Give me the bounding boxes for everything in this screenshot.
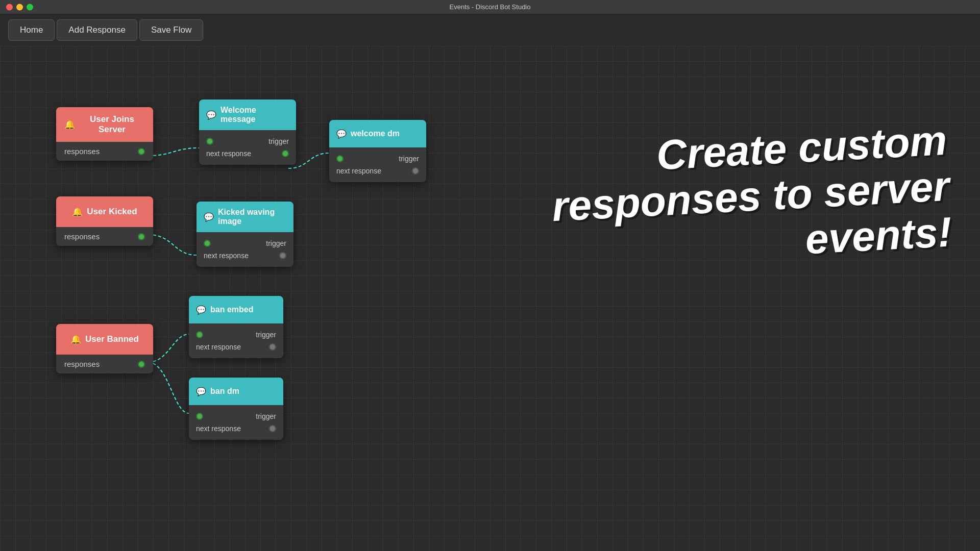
- response-node-welcome-dm[interactable]: 💬 welcome dm trigger next response: [329, 120, 426, 182]
- maximize-button[interactable]: [27, 4, 33, 10]
- save-flow-button[interactable]: Save Flow: [139, 19, 203, 41]
- response-body: trigger next response: [189, 323, 283, 358]
- event-label: User Banned: [85, 334, 139, 344]
- response-label: Kicked waving image: [218, 208, 286, 226]
- next-row: next response: [336, 165, 419, 177]
- trigger-row: trigger: [204, 237, 286, 249]
- trigger-dot: [196, 413, 203, 420]
- responses-label: responses: [64, 147, 100, 156]
- next-label: next response: [206, 149, 251, 158]
- trigger-dot: [196, 331, 203, 338]
- event-node-header: 🔔 User Joins Server: [56, 107, 153, 142]
- trigger-row: trigger: [196, 410, 276, 422]
- event-node-user-kicked[interactable]: 🔔 User Kicked responses: [56, 196, 153, 246]
- bell-icon: 🔔: [64, 119, 75, 130]
- response-label: Welcome message: [220, 106, 289, 124]
- response-body: trigger next response: [199, 130, 296, 165]
- trigger-label: trigger: [399, 155, 419, 163]
- trigger-row: trigger: [196, 329, 276, 341]
- output-dot: [138, 361, 145, 368]
- canvas: 🔔 User Joins Server responses 💬 Welcome …: [0, 46, 980, 551]
- event-node-body: responses: [56, 227, 153, 246]
- add-response-button[interactable]: Add Response: [57, 19, 137, 41]
- bell-icon: 🔔: [72, 207, 83, 217]
- next-row: next response: [196, 422, 276, 435]
- event-label: User Kicked: [87, 207, 137, 217]
- bell-icon: 🔔: [70, 334, 81, 345]
- next-dot: [269, 425, 276, 432]
- chat-icon: 💬: [196, 305, 206, 315]
- response-header: 💬 Kicked waving image: [197, 202, 293, 232]
- next-row: next response: [204, 249, 286, 262]
- chat-icon: 💬: [204, 212, 214, 222]
- next-dot: [412, 167, 419, 174]
- response-label: ban dm: [210, 387, 239, 396]
- home-button[interactable]: Home: [8, 19, 55, 41]
- toolbar: Home Add Response Save Flow: [0, 14, 980, 46]
- event-node-body: responses: [56, 142, 153, 161]
- trigger-row: trigger: [336, 153, 419, 165]
- response-body: trigger next response: [197, 232, 293, 267]
- title-bar: Events - Discord Bot Studio: [0, 0, 980, 14]
- output-dot: [138, 233, 145, 240]
- response-header: 💬 ban embed: [189, 296, 283, 323]
- response-node-ban-embed[interactable]: 💬 ban embed trigger next response: [189, 296, 283, 358]
- response-header: 💬 ban dm: [189, 378, 283, 405]
- next-row: next response: [196, 341, 276, 353]
- event-node-body: responses: [56, 355, 153, 373]
- event-label: User Joins Server: [79, 114, 145, 135]
- next-label: next response: [196, 424, 241, 433]
- trigger-dot: [336, 155, 344, 162]
- response-node-welcome-message[interactable]: 💬 Welcome message trigger next response: [199, 99, 296, 165]
- window-title: Events - Discord Bot Studio: [450, 3, 531, 11]
- response-header: 💬 welcome dm: [329, 120, 426, 147]
- response-node-ban-dm[interactable]: 💬 ban dm trigger next response: [189, 378, 283, 440]
- trigger-row: trigger: [206, 135, 289, 147]
- event-node-header: 🔔 User Kicked: [56, 196, 153, 227]
- response-node-kicked-waving[interactable]: 💬 Kicked waving image trigger next respo…: [197, 202, 293, 267]
- next-label: next response: [336, 167, 381, 175]
- trigger-label: trigger: [266, 239, 286, 247]
- next-dot: [279, 252, 286, 259]
- response-header: 💬 Welcome message: [199, 99, 296, 130]
- response-body: trigger next response: [329, 147, 426, 182]
- trigger-label: trigger: [268, 137, 289, 145]
- next-dot: [282, 150, 289, 157]
- trigger-label: trigger: [256, 412, 276, 420]
- response-body: trigger next response: [189, 405, 283, 440]
- trigger-dot: [204, 240, 211, 247]
- trigger-label: trigger: [256, 331, 276, 339]
- responses-label: responses: [64, 232, 100, 241]
- chat-icon: 💬: [336, 129, 347, 139]
- response-label: welcome dm: [351, 129, 400, 138]
- chat-icon: 💬: [206, 110, 216, 120]
- next-label: next response: [196, 343, 241, 351]
- next-label: next response: [204, 252, 249, 260]
- responses-label: responses: [64, 360, 100, 368]
- event-node-header: 🔔 User Banned: [56, 324, 153, 355]
- event-node-user-banned[interactable]: 🔔 User Banned responses: [56, 324, 153, 373]
- promo-text-content: Create customresponses to serverevents!: [551, 117, 953, 263]
- next-dot: [269, 343, 276, 350]
- next-row: next response: [206, 147, 289, 160]
- promo-text: Create customresponses to serverevents!: [548, 117, 952, 276]
- output-dot: [138, 148, 145, 155]
- chat-icon: 💬: [196, 387, 206, 396]
- close-button[interactable]: [6, 4, 13, 10]
- response-label: ban embed: [210, 305, 253, 314]
- trigger-dot: [206, 138, 213, 145]
- minimize-button[interactable]: [16, 4, 23, 10]
- window-controls[interactable]: [6, 4, 33, 10]
- event-node-user-joins[interactable]: 🔔 User Joins Server responses: [56, 107, 153, 161]
